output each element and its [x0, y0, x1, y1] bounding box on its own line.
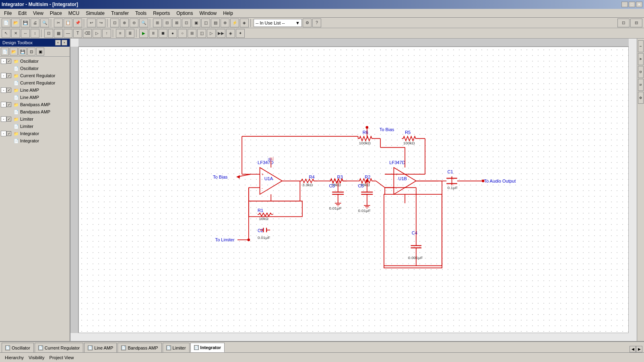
tab-integrator[interactable]: 📄 Integrator	[190, 343, 225, 352]
menu-options[interactable]: Options	[173, 10, 196, 17]
sim-dot2[interactable]: ○	[178, 29, 187, 38]
tab-bandpass-amp[interactable]: 📄 Bandpass AMP	[118, 343, 161, 352]
bandpass-toggle[interactable]: -	[1, 102, 6, 107]
btn-b[interactable]: ⊟	[163, 19, 171, 27]
tb2-i[interactable]: ⌫	[83, 29, 92, 38]
tb2-c[interactable]: ↔	[21, 29, 30, 38]
sim-b2[interactable]: ◫	[197, 29, 206, 38]
right-btn2[interactable]: ⊟	[630, 19, 642, 27]
bandpass-checkbox[interactable]: ✓	[6, 102, 11, 107]
tb2-g[interactable]: —	[64, 29, 72, 38]
schematic-canvas[interactable]: .schematic-line { stroke: #c00; stroke-w…	[78, 47, 629, 333]
tree-bandpass-group[interactable]: - ✓ 📁 Bandpass AMP	[1, 101, 69, 108]
btn-c[interactable]: ⊠	[172, 19, 181, 27]
sim-b5[interactable]: ◈	[226, 29, 235, 38]
oscillator-toggle[interactable]: -	[1, 58, 6, 64]
integrator-checkbox[interactable]: ✓	[6, 131, 11, 136]
panel-tb-save[interactable]: 💾	[19, 47, 27, 56]
tree-integrator-leaf[interactable]: 📄 Integrator	[1, 137, 69, 144]
sim-b6[interactable]: ✦	[236, 29, 245, 38]
sim-stop[interactable]: ⏹	[159, 29, 167, 38]
tree-limiter-leaf[interactable]: 📄 Limiter	[1, 123, 69, 130]
integrator-toggle[interactable]: -	[1, 131, 6, 136]
right-panel-btn3[interactable]: D	[638, 66, 644, 78]
panel-tb-new[interactable]: 📄	[1, 47, 9, 56]
open-btn[interactable]: 📂	[11, 19, 20, 27]
limiter-toggle[interactable]: -	[1, 116, 6, 122]
tb2-h[interactable]: T	[73, 29, 82, 38]
status-tab-hierarchy[interactable]: Hierarchy	[3, 355, 25, 360]
help-btn[interactable]: ?	[312, 19, 321, 27]
new-btn[interactable]: 📄	[2, 19, 10, 27]
sim-b3[interactable]: ▷	[207, 29, 216, 38]
paste-btn[interactable]: 📌	[73, 19, 82, 27]
current-reg-checkbox[interactable]: ✓	[6, 73, 11, 78]
minimize-btn[interactable]: _	[621, 2, 628, 7]
tb2-f[interactable]: ▦	[54, 29, 63, 38]
tb2-m[interactable]: ≣	[126, 29, 134, 38]
schematic-area[interactable]: .schematic-line { stroke: #c00; stroke-w…	[70, 39, 637, 341]
menu-place[interactable]: Place	[47, 10, 65, 17]
btn-h[interactable]: ⊕	[221, 19, 229, 27]
menu-tools[interactable]: Tools	[132, 10, 150, 17]
undo-btn[interactable]: ↩	[87, 19, 96, 27]
status-tab-visibility[interactable]: Visibility	[27, 355, 46, 360]
sim-pause[interactable]: ⏸	[149, 29, 158, 38]
oscillator-checkbox[interactable]: ✓	[6, 59, 11, 64]
tb2-d[interactable]: ↕	[31, 29, 39, 38]
panel-tb-open[interactable]: 📂	[10, 47, 18, 56]
tb2-j[interactable]: ▷	[93, 29, 101, 38]
tree-oscillator-group[interactable]: - ✓ 📁 Oscillator	[1, 58, 69, 65]
btn-i[interactable]: ⚡	[230, 19, 239, 27]
panel-tb-e[interactable]: ▣	[36, 47, 44, 56]
tb2-k[interactable]: ↑	[102, 29, 111, 38]
menu-transfer[interactable]: Transfer	[108, 10, 132, 17]
redo-btn[interactable]: ↪	[97, 19, 105, 27]
tree-limiter-group[interactable]: - ✓ 📁 Limiter	[1, 115, 69, 123]
right-panel-btn4[interactable]: S	[638, 79, 644, 91]
menu-edit[interactable]: Edit	[15, 10, 30, 17]
right-panel-btn2[interactable]: A	[638, 53, 644, 65]
menu-view[interactable]: View	[30, 10, 47, 17]
menu-window[interactable]: Window	[196, 10, 220, 17]
line-amp-checkbox[interactable]: ✓	[6, 88, 11, 93]
panel-tb-d[interactable]: ⊡	[27, 47, 35, 56]
btn-g[interactable]: ▤	[211, 19, 220, 27]
tree-current-reg-leaf[interactable]: 📄 Current Regulator	[1, 79, 69, 86]
print-btn[interactable]: 🖨	[31, 19, 39, 27]
line-amp-toggle[interactable]: -	[1, 87, 6, 93]
tab-oscillator[interactable]: 📄 Oscillator	[2, 343, 34, 352]
sim-b4[interactable]: ▶▶	[217, 29, 225, 38]
tab-line-amp[interactable]: 📄 Line AMP	[84, 343, 117, 352]
menu-help[interactable]: Help	[220, 10, 236, 17]
tree-current-reg-group[interactable]: - ✓ 📁 Current Regulator	[1, 72, 69, 79]
tab-scroll-left[interactable]: ◀	[630, 346, 636, 352]
tree-oscillator-leaf[interactable]: 📄 Oscillator	[1, 65, 69, 72]
menu-file[interactable]: File	[1, 10, 15, 17]
zoom-out-btn[interactable]: ⊖	[130, 19, 138, 27]
sim-b1[interactable]: ⊞	[188, 29, 196, 38]
btn-d[interactable]: ⊡	[182, 19, 191, 27]
zoom-area-btn[interactable]: 🔍	[139, 19, 148, 27]
status-tab-project-view[interactable]: Project View	[48, 355, 76, 360]
tb2-l[interactable]: ≡	[116, 29, 125, 38]
tree-bandpass-leaf[interactable]: 📄 Bandpass AMP	[1, 108, 69, 115]
btn-e[interactable]: ▣	[192, 19, 200, 27]
menu-reports[interactable]: Reports	[150, 10, 173, 17]
tree-line-amp-leaf[interactable]: 📄 Line AMP	[1, 94, 69, 101]
tree-integrator-group[interactable]: - ✓ 📁 Integrator	[1, 130, 69, 137]
save-btn[interactable]: 💾	[21, 19, 30, 27]
close-btn[interactable]: ×	[636, 2, 642, 7]
print-preview-btn[interactable]: 🔍	[40, 19, 49, 27]
cut-btn[interactable]: ✂	[54, 19, 63, 27]
tab-limiter[interactable]: 📄 Limiter	[163, 343, 190, 352]
sim-play[interactable]: ▶	[139, 29, 148, 38]
tab-scroll-right[interactable]: ▶	[636, 346, 642, 352]
btn-f[interactable]: ◫	[201, 19, 210, 27]
panel-close-btn[interactable]: ×	[62, 40, 67, 45]
btn-j[interactable]: ◈	[240, 19, 249, 27]
right-panel-btn1[interactable]: I	[638, 40, 644, 52]
component-btn[interactable]: ⚙	[303, 19, 312, 27]
copy-btn[interactable]: 📋	[64, 19, 72, 27]
limiter-checkbox[interactable]: ✓	[6, 117, 11, 121]
